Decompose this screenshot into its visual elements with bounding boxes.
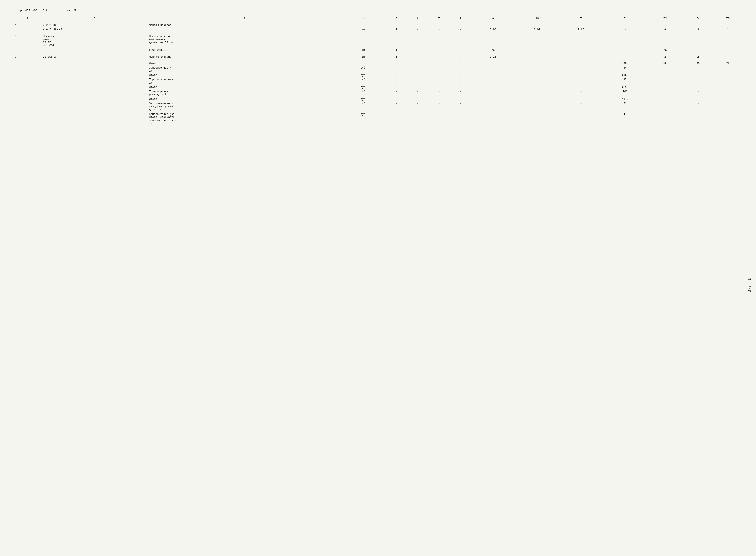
total-itogo-1-label: Итого <box>148 59 342 66</box>
section-8-col9: 76 <box>471 48 515 53</box>
section-9-col9: 2,I5 <box>471 53 515 59</box>
col-header-15: I5 <box>713 16 743 22</box>
header-left: т.п.р. 4II -03 - 5.84 <box>13 9 49 12</box>
section-8-col12: - <box>603 48 647 53</box>
col-header-8: 8 <box>450 16 471 22</box>
section-7-col10: 2,99 <box>515 27 559 32</box>
col-header-11: II <box>559 16 603 22</box>
section-9-col10: - <box>515 53 559 59</box>
total-itogo-2: Итого руб. - - - - - - - 4069 - - - <box>13 73 743 77</box>
col-header-3: 3 <box>148 16 342 22</box>
total-itogo-1: Итого руб. - - - - - - - 3985 23I 95 2I <box>13 59 743 66</box>
section-8-col15: - <box>713 48 743 53</box>
total-itogo-4-unit: руб. <box>342 97 386 101</box>
col-header-6: 6 <box>407 16 428 22</box>
col-header-13: I3 <box>647 16 683 22</box>
total-zagot-label: Заготовительно-складские расхо-ды I,2 % <box>148 101 342 112</box>
section-9-col5: I <box>386 53 407 59</box>
total-tara-label: Тара и упаковка2% <box>148 77 342 85</box>
total-itogo-3-col13: 4I50 <box>603 85 647 90</box>
total-itogo-3-unit: руб. <box>342 85 386 90</box>
section-7-col6: - <box>407 27 428 32</box>
total-zagot-unit: руб. <box>342 101 386 112</box>
total-transport-unit: руб. <box>342 90 386 97</box>
section-7-code: 7-282-IВ <box>42 22 148 28</box>
section-9-col15: - <box>713 53 743 59</box>
col-header-7: 7 <box>428 16 450 22</box>
total-spare-label: Запасные части2% <box>148 66 342 73</box>
total-komplekt-col13: 4I <box>603 112 647 126</box>
col-header-14: I4 <box>683 16 713 22</box>
total-itogo-2-col13: 4069 <box>603 73 647 77</box>
total-itogo-1-col16: 2I <box>713 59 743 66</box>
section-9-col7: - <box>428 53 450 59</box>
total-tara: Тара и упаковка2% руб. - - - - - - - 8I … <box>13 77 743 85</box>
column-headers: 1 2 3 4 5 6 7 8 9 10 II I2 I3 I4 I5 <box>13 16 743 22</box>
total-itogo-1-col13: 3985 <box>603 59 647 66</box>
total-zagot-col13: 52 <box>603 101 647 112</box>
total-tara-unit: руб. <box>342 77 386 85</box>
section-7-name: Монтаж насосов <box>148 22 342 28</box>
section-9-unit: шт <box>342 53 386 59</box>
header: т.п.р. 4II -03 - 5.84 ак. N <box>13 9 743 12</box>
section-7-col9: 5,95 <box>471 27 515 32</box>
section-7-col5: I <box>386 27 407 32</box>
total-spare-unit: руб. <box>342 66 386 73</box>
total-itogo-3-label: Итого <box>148 85 342 90</box>
section-8-col6: - <box>407 48 428 53</box>
total-spare-col13: 84 <box>603 66 647 73</box>
section-8-name: Предохранитель-ный клапандиаметром 50 мм <box>148 32 342 48</box>
header-right: ак. N <box>67 9 76 12</box>
main-table: 1 2 3 4 5 6 7 8 9 10 II I2 I3 I4 I5 7. 7… <box>13 16 743 126</box>
total-itogo-1-unit: руб. <box>342 59 386 66</box>
section-8-col11: - <box>559 48 603 53</box>
section-7-col15: 2 <box>713 27 743 32</box>
section-7-col13: 6 <box>647 27 683 32</box>
section-8-row: ГОСТ 9789-75 шт I - - - 76 - - - 76 - - <box>13 48 743 53</box>
section-8-sub: ГОСТ 9789-75 <box>148 48 342 53</box>
col-header-4: 4 <box>342 16 386 22</box>
col-header-12: I2 <box>603 16 647 22</box>
section-8-col13: 76 <box>647 48 683 53</box>
section-9-col11: - <box>559 53 603 59</box>
total-itogo-1-col14: 23I <box>647 59 683 66</box>
total-itogo-3: Итого руб. - - - - - - - 4I50 - - - <box>13 85 743 90</box>
section-7-col7: - <box>428 27 450 32</box>
section-8-col7: - <box>428 48 450 53</box>
section-7-col8: - <box>450 27 471 32</box>
col-header-5: 5 <box>386 16 407 22</box>
total-transport-label: Транспортныерасходы 4 % <box>148 90 342 97</box>
total-komplekt-unit: руб. <box>342 112 386 126</box>
total-spare-parts: Запасные части2% руб. - - - - - - - 84 -… <box>13 66 743 73</box>
total-transport-col13: I66 <box>603 90 647 97</box>
section-8-code: Прейску-рант23-07п 2-0082 <box>42 32 148 48</box>
col-header-2: 2 <box>42 16 148 22</box>
section-9-col8: - <box>450 53 471 59</box>
section-7-unit: шт <box>342 27 386 32</box>
section-8-col14: - <box>683 48 713 53</box>
col-header-1: 1 <box>13 16 42 22</box>
section-7-sub: к=0,5 БКФ-2 <box>42 27 148 32</box>
total-komplekt: Комплектация (отитога стоимостизапасных … <box>13 112 743 126</box>
section-8-num: 8. <box>13 32 42 48</box>
col-header-10: 10 <box>515 16 559 22</box>
total-itogo-4-col13: 43I6 <box>603 97 647 101</box>
total-itogo-2-label: Итого <box>148 73 342 77</box>
section-8-header: 8. Прейску-рант23-07п 2-0082 Предохранит… <box>13 32 743 48</box>
section-7-row: к=0,5 БКФ-2 шт I - - - 5,95 2,99 I,96 - … <box>13 27 743 32</box>
section-9-code: I2-805-2 <box>42 53 148 59</box>
col-header-9: 9 <box>471 16 515 22</box>
total-itogo-4: Итого руб. - - - - - - - 43I6 - - - <box>13 97 743 101</box>
section-8-col5: I <box>386 48 407 53</box>
section-7-col12: - <box>603 27 647 32</box>
section-7-col14: 3 <box>683 27 713 32</box>
total-itogo-2-unit: руб. <box>342 73 386 77</box>
section-9-name: Монтаж клапана <box>148 53 342 59</box>
section-9-row: 9. I2-805-2 Монтаж клапана шт I - - - 2,… <box>13 53 743 59</box>
total-zagot: Заготовительно-складские расхо-ды I,2 % … <box>13 101 743 112</box>
total-itogo-4-label: Итого <box>148 97 342 101</box>
total-komplekt-label: Комплектация (отитога стоимостизапасных … <box>148 112 342 126</box>
section-9-col12: - <box>603 53 647 59</box>
section-8-col8: - <box>450 48 471 53</box>
section-9-col14: 2 <box>683 53 713 59</box>
